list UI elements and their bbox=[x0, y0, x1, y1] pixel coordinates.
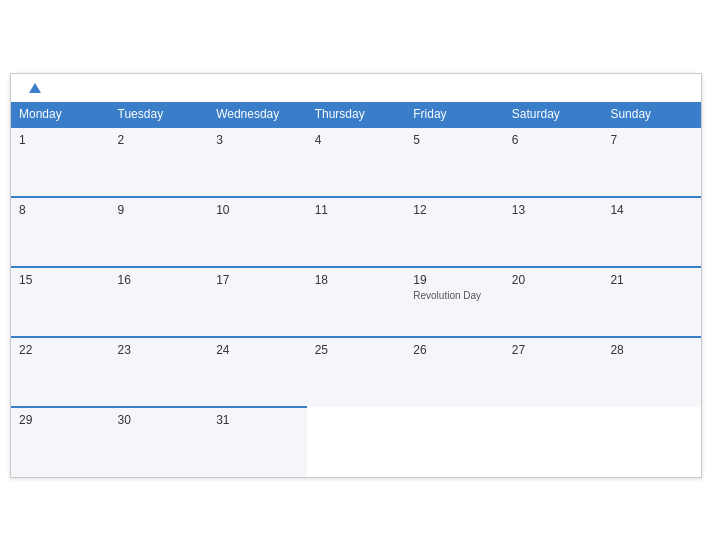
day-number: 10 bbox=[216, 203, 299, 217]
day-cell bbox=[504, 407, 603, 477]
day-cell: 22 bbox=[11, 337, 110, 407]
day-number: 19 bbox=[413, 273, 496, 287]
day-number: 9 bbox=[118, 203, 201, 217]
day-cell: 25 bbox=[307, 337, 406, 407]
day-cell: 21 bbox=[602, 267, 701, 337]
day-number: 22 bbox=[19, 343, 102, 357]
weekday-header-wednesday: Wednesday bbox=[208, 102, 307, 127]
day-cell: 8 bbox=[11, 197, 110, 267]
week-row-5: 293031 bbox=[11, 407, 701, 477]
weekday-header-tuesday: Tuesday bbox=[110, 102, 209, 127]
day-number: 29 bbox=[19, 413, 102, 427]
calendar-table: MondayTuesdayWednesdayThursdayFridaySatu… bbox=[11, 102, 701, 477]
week-row-4: 22232425262728 bbox=[11, 337, 701, 407]
weekday-header-row: MondayTuesdayWednesdayThursdayFridaySatu… bbox=[11, 102, 701, 127]
day-number: 16 bbox=[118, 273, 201, 287]
day-cell: 28 bbox=[602, 337, 701, 407]
day-number: 17 bbox=[216, 273, 299, 287]
day-cell: 11 bbox=[307, 197, 406, 267]
day-number: 12 bbox=[413, 203, 496, 217]
day-cell bbox=[405, 407, 504, 477]
day-cell: 15 bbox=[11, 267, 110, 337]
day-cell bbox=[307, 407, 406, 477]
day-number: 31 bbox=[216, 413, 299, 427]
calendar: MondayTuesdayWednesdayThursdayFridaySatu… bbox=[10, 73, 702, 478]
day-cell: 6 bbox=[504, 127, 603, 197]
day-number: 23 bbox=[118, 343, 201, 357]
day-event: Revolution Day bbox=[413, 289, 496, 302]
day-cell: 10 bbox=[208, 197, 307, 267]
day-number: 13 bbox=[512, 203, 595, 217]
day-number: 15 bbox=[19, 273, 102, 287]
day-number: 26 bbox=[413, 343, 496, 357]
weekday-header-saturday: Saturday bbox=[504, 102, 603, 127]
day-cell: 17 bbox=[208, 267, 307, 337]
day-cell: 5 bbox=[405, 127, 504, 197]
day-cell: 18 bbox=[307, 267, 406, 337]
day-cell: 16 bbox=[110, 267, 209, 337]
day-cell: 23 bbox=[110, 337, 209, 407]
day-number: 20 bbox=[512, 273, 595, 287]
calendar-header bbox=[11, 74, 701, 102]
day-cell: 19Revolution Day bbox=[405, 267, 504, 337]
day-cell: 13 bbox=[504, 197, 603, 267]
day-cell: 31 bbox=[208, 407, 307, 477]
day-number: 3 bbox=[216, 133, 299, 147]
day-cell: 30 bbox=[110, 407, 209, 477]
day-cell: 24 bbox=[208, 337, 307, 407]
day-cell: 4 bbox=[307, 127, 406, 197]
logo-triangle-icon bbox=[29, 83, 41, 93]
day-cell: 12 bbox=[405, 197, 504, 267]
day-cell: 27 bbox=[504, 337, 603, 407]
weekday-header-thursday: Thursday bbox=[307, 102, 406, 127]
day-cell: 29 bbox=[11, 407, 110, 477]
week-row-1: 1234567 bbox=[11, 127, 701, 197]
day-number: 14 bbox=[610, 203, 693, 217]
day-cell: 20 bbox=[504, 267, 603, 337]
day-cell: 7 bbox=[602, 127, 701, 197]
day-cell: 3 bbox=[208, 127, 307, 197]
day-number: 11 bbox=[315, 203, 398, 217]
day-cell: 26 bbox=[405, 337, 504, 407]
day-number: 8 bbox=[19, 203, 102, 217]
day-number: 28 bbox=[610, 343, 693, 357]
day-number: 4 bbox=[315, 133, 398, 147]
week-row-2: 891011121314 bbox=[11, 197, 701, 267]
day-number: 1 bbox=[19, 133, 102, 147]
weekday-header-sunday: Sunday bbox=[602, 102, 701, 127]
week-row-3: 1516171819Revolution Day2021 bbox=[11, 267, 701, 337]
weekday-header-monday: Monday bbox=[11, 102, 110, 127]
day-cell: 2 bbox=[110, 127, 209, 197]
day-number: 25 bbox=[315, 343, 398, 357]
day-number: 5 bbox=[413, 133, 496, 147]
weekday-header-friday: Friday bbox=[405, 102, 504, 127]
day-number: 2 bbox=[118, 133, 201, 147]
day-number: 21 bbox=[610, 273, 693, 287]
day-cell bbox=[602, 407, 701, 477]
day-number: 30 bbox=[118, 413, 201, 427]
day-number: 6 bbox=[512, 133, 595, 147]
day-cell: 1 bbox=[11, 127, 110, 197]
day-number: 18 bbox=[315, 273, 398, 287]
day-cell: 9 bbox=[110, 197, 209, 267]
logo bbox=[27, 84, 41, 94]
day-number: 24 bbox=[216, 343, 299, 357]
day-number: 7 bbox=[610, 133, 693, 147]
day-cell: 14 bbox=[602, 197, 701, 267]
day-number: 27 bbox=[512, 343, 595, 357]
